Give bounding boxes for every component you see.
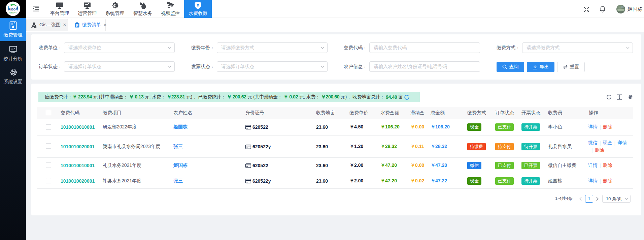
svg-text:瑞意恩电气: 瑞意恩电气 [9,12,17,13]
svg-text:RIEON: RIEON [8,8,18,11]
